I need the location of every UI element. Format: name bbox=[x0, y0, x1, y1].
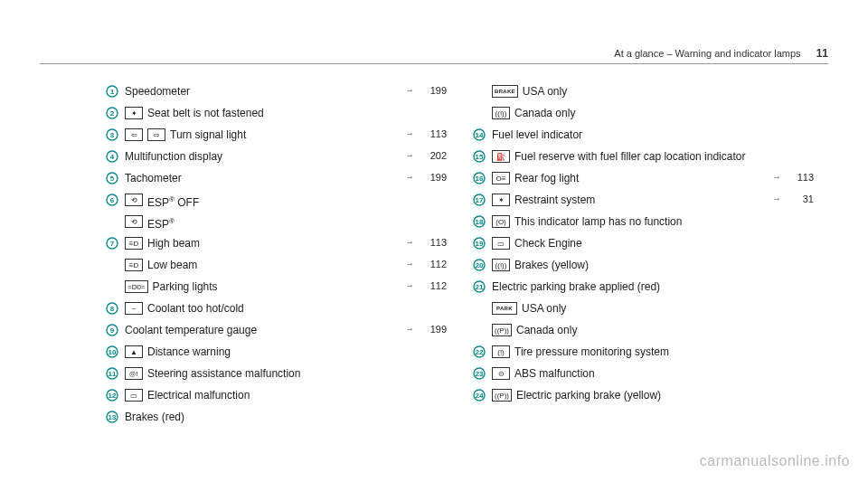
item-number-icon: 5 bbox=[105, 172, 119, 184]
page-ref bbox=[781, 106, 814, 107]
list-item: 18(O)This indicator lamp has no function bbox=[472, 213, 814, 235]
item-label: Seat belt is not fastened bbox=[147, 106, 403, 120]
page-ref-arrow-icon: → bbox=[403, 279, 414, 290]
page-ref-arrow-icon: → bbox=[403, 323, 414, 334]
item-number-icon: 4 bbox=[105, 150, 119, 163]
page-ref bbox=[414, 301, 447, 302]
list-item: =D0=Parking lights→112 bbox=[105, 279, 447, 300]
item-number-icon: 19 bbox=[472, 237, 486, 250]
item-number-icon: 10 bbox=[105, 345, 119, 358]
page-ref-arrow-icon bbox=[770, 128, 781, 128]
item-label: Coolant too hot/cold bbox=[147, 301, 403, 316]
list-item: PARKUSA only bbox=[472, 300, 814, 322]
page-ref-arrow-icon bbox=[403, 366, 414, 367]
page-ref-arrow-icon bbox=[403, 410, 414, 411]
page-ref bbox=[781, 279, 814, 280]
page-ref bbox=[414, 410, 447, 411]
svg-text:4: 4 bbox=[110, 153, 115, 161]
item-label: Rear fog light bbox=[514, 171, 770, 185]
tr-icon: ⇨ bbox=[147, 128, 165, 141]
page-ref: 202 bbox=[414, 149, 447, 161]
svg-text:16: 16 bbox=[476, 175, 484, 183]
svg-text:7: 7 bbox=[110, 240, 115, 248]
item-label: Fuel reserve with fuel filler cap locati… bbox=[514, 149, 770, 164]
page-ref: 113 bbox=[414, 236, 447, 248]
item-number-icon: 16 bbox=[472, 172, 486, 184]
lobeam-icon: ≡D bbox=[125, 259, 143, 271]
page-ref-arrow-icon: → bbox=[403, 128, 414, 138]
svg-text:17: 17 bbox=[476, 196, 484, 204]
list-item: 16O≡Rear fog light→113 bbox=[472, 170, 814, 192]
item-label: ABS malfunction bbox=[514, 366, 770, 381]
item-label: Tire pressure monitoring system bbox=[514, 345, 770, 359]
page-ref-arrow-icon bbox=[770, 279, 781, 280]
item-number-icon: 20 bbox=[472, 259, 486, 271]
item-number-icon: 18 bbox=[472, 215, 486, 228]
item-label: Distance warning bbox=[147, 345, 403, 359]
svg-text:19: 19 bbox=[476, 240, 484, 248]
item-label: Brakes (red) bbox=[125, 410, 403, 424]
item-label: Canada only bbox=[516, 323, 770, 337]
list-item: 4Multifunction display→202 bbox=[105, 148, 447, 170]
page-ref-arrow-icon: → bbox=[403, 236, 414, 247]
parkca-icon: ((P)) bbox=[492, 324, 512, 336]
item-number-icon: 21 bbox=[472, 280, 486, 293]
list-item: ⟲ESP® bbox=[105, 213, 447, 235]
page-ref bbox=[781, 258, 814, 259]
page-ref-arrow-icon: → bbox=[770, 171, 781, 182]
page-ref: 113 bbox=[414, 128, 447, 139]
item-number-icon: 23 bbox=[472, 367, 486, 380]
item-label: Multifunction display bbox=[125, 149, 403, 164]
batt-icon: ▭ bbox=[125, 389, 143, 402]
svg-text:23: 23 bbox=[476, 370, 484, 378]
tl-icon: ⇦ bbox=[125, 128, 143, 141]
list-item: ((P))Canada only bbox=[472, 322, 814, 344]
item-label: Steering assistance malfunction bbox=[147, 366, 403, 381]
restr-icon: ✶ bbox=[492, 194, 510, 206]
content-columns: 1Speedometer→1992✦Seat belt is not faste… bbox=[105, 83, 814, 446]
page-ref-arrow-icon bbox=[770, 214, 781, 215]
svg-text:22: 22 bbox=[476, 348, 484, 356]
page-ref-arrow-icon bbox=[770, 301, 781, 302]
list-item: 9Coolant temperature gauge→199 bbox=[105, 322, 447, 344]
item-number-icon: 12 bbox=[105, 389, 119, 402]
list-item: 17✶Restraint system→31 bbox=[472, 192, 814, 213]
rfog-icon: O≡ bbox=[492, 172, 510, 184]
page-ref-arrow-icon bbox=[403, 301, 414, 302]
page-ref-arrow-icon bbox=[403, 214, 414, 215]
list-item: 8~Coolant too hot/cold bbox=[105, 300, 447, 322]
item-label: USA only bbox=[523, 84, 770, 99]
svg-text:14: 14 bbox=[476, 131, 484, 139]
list-item: 22(!)Tire pressure monitoring system bbox=[472, 344, 814, 365]
svg-text:12: 12 bbox=[108, 392, 117, 400]
brakeus-icon: BRAKE bbox=[492, 85, 518, 98]
svg-text:15: 15 bbox=[476, 153, 484, 161]
page-ref-arrow-icon: → bbox=[770, 193, 781, 203]
header-page-number: 11 bbox=[816, 47, 828, 60]
item-label: Check Engine bbox=[514, 236, 770, 250]
header-rule bbox=[40, 63, 828, 64]
page-ref-arrow-icon: → bbox=[403, 84, 414, 95]
item-label: Brakes (yellow) bbox=[514, 258, 770, 272]
page-ref bbox=[414, 366, 447, 367]
espoff-icon: ⟲ bbox=[125, 194, 143, 206]
svg-text:21: 21 bbox=[476, 283, 484, 291]
list-item: 7≡DHigh beam→113 bbox=[105, 235, 447, 257]
list-item: 2✦Seat belt is not fastened bbox=[105, 105, 447, 127]
page-ref-arrow-icon: → bbox=[403, 149, 414, 160]
page-ref bbox=[414, 388, 447, 389]
page-ref: 199 bbox=[414, 84, 447, 96]
watermark: carmanualsonline.info bbox=[700, 453, 850, 469]
item-label: Speedometer bbox=[125, 84, 403, 99]
page-ref: 31 bbox=[781, 193, 814, 204]
item-number-icon: 3 bbox=[105, 128, 119, 141]
item-label: ESP® bbox=[147, 214, 403, 232]
page-ref-arrow-icon bbox=[770, 149, 781, 150]
page-ref-arrow-icon: → bbox=[403, 258, 414, 269]
item-number-icon: 17 bbox=[472, 194, 486, 206]
list-item: 1Speedometer→199 bbox=[105, 83, 447, 105]
item-number-icon: 6 bbox=[105, 194, 119, 206]
item-number-icon: 13 bbox=[105, 411, 119, 423]
item-number-icon: 15 bbox=[472, 150, 486, 163]
list-item: 11◎!Steering assistance malfunction bbox=[105, 365, 447, 387]
